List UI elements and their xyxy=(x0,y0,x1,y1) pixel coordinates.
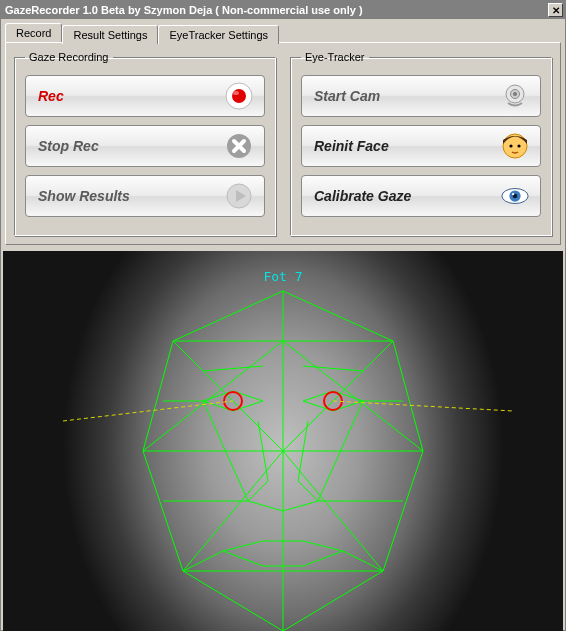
reinit-face-button[interactable]: Reinit Face xyxy=(301,125,541,167)
stop-rec-label: Stop Rec xyxy=(38,138,99,154)
svg-point-1 xyxy=(232,89,246,103)
face-mesh-overlay xyxy=(3,251,563,631)
svg-line-28 xyxy=(303,366,363,371)
play-icon xyxy=(224,181,254,211)
start-cam-button[interactable]: Start Cam xyxy=(301,75,541,117)
group-gaze-recording: Gaze Recording Rec Stop Rec xyxy=(14,51,276,236)
svg-line-26 xyxy=(283,451,383,571)
titlebar: GazeRecorder 1.0 Beta by Szymon Deja ( N… xyxy=(1,1,565,19)
calibrate-gaze-label: Calibrate Gaze xyxy=(314,188,411,204)
tab-eyetracker-settings[interactable]: EyeTracker Settings xyxy=(158,25,279,44)
group-tracker-legend: Eye-Tracker xyxy=(301,51,369,63)
svg-line-27 xyxy=(203,366,263,371)
cancel-icon xyxy=(224,131,254,161)
group-gaze-legend: Gaze Recording xyxy=(25,51,113,63)
tab-result-settings[interactable]: Result Settings xyxy=(62,25,158,44)
svg-line-35 xyxy=(183,551,223,571)
svg-point-2 xyxy=(233,91,239,95)
record-icon xyxy=(224,81,254,111)
svg-line-22 xyxy=(283,341,393,451)
svg-point-9 xyxy=(503,134,527,158)
svg-line-36 xyxy=(343,551,383,571)
camera-preview: Fot 7 xyxy=(3,251,563,631)
group-eye-tracker: Eye-Tracker Start Cam Reinit Face xyxy=(290,51,552,236)
svg-point-15 xyxy=(512,193,514,195)
tab-record[interactable]: Record xyxy=(5,23,62,42)
face-avatar-icon xyxy=(500,131,530,161)
svg-point-11 xyxy=(517,144,520,147)
svg-point-8 xyxy=(513,92,517,96)
svg-point-10 xyxy=(509,144,512,147)
webcam-icon xyxy=(500,81,530,111)
svg-line-23 xyxy=(143,341,283,451)
stop-rec-button[interactable]: Stop Rec xyxy=(25,125,265,167)
close-button[interactable]: ✕ xyxy=(548,3,563,17)
tab-strip: Record Result Settings EyeTracker Settin… xyxy=(1,19,565,42)
svg-line-24 xyxy=(283,341,423,451)
eye-icon xyxy=(500,181,530,211)
rec-button-label: Rec xyxy=(38,88,64,104)
start-cam-label: Start Cam xyxy=(314,88,380,104)
show-results-label: Show Results xyxy=(38,188,130,204)
rec-button[interactable]: Rec xyxy=(25,75,265,117)
svg-line-25 xyxy=(183,451,283,571)
reinit-face-label: Reinit Face xyxy=(314,138,389,154)
svg-line-21 xyxy=(173,341,283,451)
window-title: GazeRecorder 1.0 Beta by Szymon Deja ( N… xyxy=(5,4,363,16)
show-results-button[interactable]: Show Results xyxy=(25,175,265,217)
calibrate-gaze-button[interactable]: Calibrate Gaze xyxy=(301,175,541,217)
app-window: GazeRecorder 1.0 Beta by Szymon Deja ( N… xyxy=(0,0,566,631)
tab-panel: Gaze Recording Rec Stop Rec xyxy=(5,42,561,245)
